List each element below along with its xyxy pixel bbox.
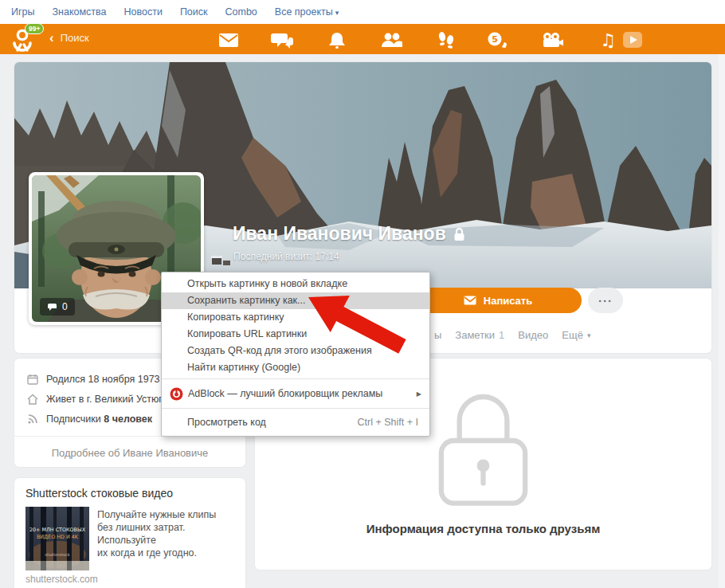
home-icon (27, 394, 38, 405)
videos-app-icon[interactable] (621, 31, 645, 49)
submenu-arrow-icon: ▶ (417, 390, 421, 398)
discussions-icon[interactable] (271, 31, 295, 49)
tab-partial[interactable]: ы (434, 329, 441, 341)
ad-thumb-line1: 20+ МЛН СТОКОВЫХ (29, 527, 86, 533)
inspect-shortcut: Ctrl + Shift + I (358, 417, 429, 428)
tab-more[interactable]: Ещё ▾ (562, 329, 590, 341)
menu-item-save-image-as[interactable]: Сохранить картинку как... (162, 292, 429, 309)
envelope-icon (464, 296, 476, 305)
menu-separator (162, 378, 429, 379)
nav-link-dating[interactable]: Знакомства (52, 6, 106, 18)
ad-thumb-brand: shutterstock (45, 552, 69, 557)
subscribers-count: 8 человек (104, 414, 152, 425)
more-actions-button[interactable]: ··· (588, 288, 623, 313)
subscribers-text: Подписчики 8 человек (46, 414, 152, 425)
page: Игры Знакомства Новости Поиск Combo Все … (0, 0, 725, 588)
private-profile-lock-icon (453, 227, 465, 241)
profile-tabs: ы Заметки 1 Видео Ещё ▾ (434, 329, 590, 341)
ad-line: их когда и где угодно. (97, 547, 239, 559)
chevron-down-icon: ▾ (335, 9, 339, 17)
adblock-label: AdBlock — лучший блокировщик рекламы (188, 388, 382, 399)
context-menu: Открыть картинку в новой вкладке Сохрани… (161, 272, 430, 437)
svg-text:♫: ♫ (600, 31, 616, 49)
menu-item-inspect[interactable]: Просмотреть код Ctrl + Shift + I (162, 411, 429, 433)
nav-link-combo[interactable]: Combo (225, 6, 257, 18)
more-about-link[interactable]: Подробнее об Иване Ивановиче (14, 436, 245, 469)
write-message-button[interactable]: Написать (414, 288, 582, 313)
menu-item-open-image[interactable]: Открыть картинку в новой вкладке (162, 276, 429, 292)
calendar-icon (27, 374, 38, 385)
nav-link-news[interactable]: Новости (123, 6, 162, 18)
adblock-icon (170, 387, 183, 401)
tab-notes-count: 1 (499, 329, 504, 341)
inspect-label: Просмотреть код (162, 417, 266, 428)
friends-icon[interactable] (379, 31, 403, 49)
tab-notes[interactable]: Заметки 1 (455, 329, 504, 341)
messages-icon[interactable] (217, 31, 241, 49)
menu-item-copy-image[interactable]: Копировать картинку (162, 309, 429, 326)
all-projects-label: Все проекты (275, 6, 333, 18)
subscribers-icon (27, 414, 38, 425)
ad-card: Shutterstock стоковые видео 20+ МЛН СТОК… (14, 478, 245, 588)
notifications-count-badge: 99+ (25, 23, 44, 34)
nav-link-games[interactable]: Игры (11, 6, 34, 18)
comment-icon (47, 303, 57, 312)
top-nav: Игры Знакомства Новости Поиск Combo Все … (0, 0, 725, 24)
video-camera-icon[interactable] (540, 31, 564, 49)
payments-icon[interactable]: 5 (484, 31, 508, 49)
tab-video[interactable]: Видео (518, 329, 548, 341)
ad-domain[interactable]: shutterstock.com (25, 574, 98, 585)
profile-name: Иван Иванович Иванов (233, 223, 465, 245)
ad-line: без лишних затрат. Используйте (97, 521, 239, 547)
nav-link-all-projects[interactable]: Все проекты▾ (275, 6, 339, 18)
locked-message: Информация доступна только друзьям (255, 522, 711, 535)
subscribers-prefix: Подписчики (46, 414, 104, 425)
ad-title[interactable]: Shutterstock стоковые видео (14, 478, 245, 506)
menu-item-copy-image-url[interactable]: Копировать URL картинки (162, 326, 429, 343)
nav-link-search[interactable]: Поиск (180, 6, 208, 18)
comments-count: 0 (62, 301, 68, 312)
ad-thumbnail[interactable]: 20+ МЛН СТОКОВЫХ ВИДЕО HD И 4K shutterst… (25, 507, 89, 570)
write-message-label: Написать (484, 295, 532, 307)
notifications-icon[interactable] (325, 31, 349, 49)
ad-line: Получайте нужные клипы (97, 508, 239, 521)
music-icon[interactable]: ♫ (596, 31, 620, 49)
menu-item-create-qr[interactable]: Создать QR-код для этого изображения (162, 343, 429, 359)
menu-item-search-google[interactable]: Найти картинку (Google) (162, 359, 429, 376)
birthday-text: Родился 18 ноября 1973 (47 (46, 374, 177, 385)
photo-comments-badge[interactable]: 0 (40, 298, 75, 316)
profile-name-text: Иван Иванович Иванов (233, 223, 446, 245)
ad-thumb-line2: ВИДЕО HD И 4K (37, 534, 79, 540)
menu-separator (162, 408, 429, 409)
chevron-left-icon: ‹ (49, 33, 54, 44)
scrollbar-track[interactable] (719, 54, 725, 588)
tab-notes-label: Заметки (455, 329, 495, 341)
back-label: Поиск (61, 32, 89, 44)
guests-icon[interactable] (433, 31, 457, 49)
menu-item-adblock[interactable]: AdBlock — лучший блокировщик рекламы ▶ (162, 382, 429, 406)
last-visit: Последний визит: 17:14 (233, 251, 339, 262)
tab-more-label: Ещё (562, 329, 583, 341)
chevron-down-icon: ▾ (587, 331, 591, 339)
ad-description: Получайте нужные клипы без лишних затрат… (97, 508, 239, 559)
svg-text:5: 5 (492, 34, 498, 45)
big-lock-icon (413, 379, 553, 511)
back-to-search[interactable]: ‹ Поиск (49, 32, 89, 44)
